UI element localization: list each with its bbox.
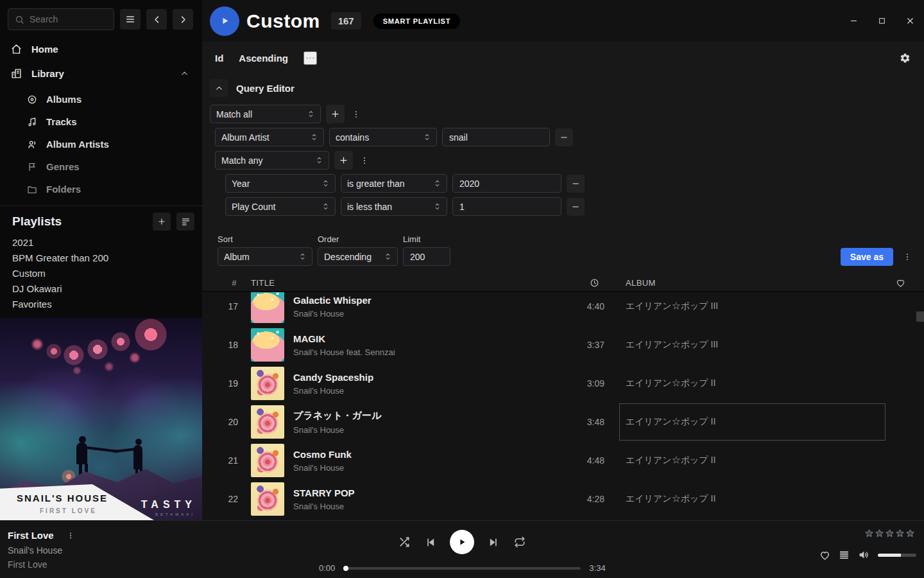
- track-row[interactable]: 18 MAGIK Snail's House feat. Sennzai 3:3…: [202, 326, 924, 364]
- cover-watermark-sub: BETAMAXI: [155, 512, 195, 516]
- favorite-heart-icon[interactable]: [819, 550, 830, 561]
- favorite-heart-icon[interactable]: [894, 278, 924, 288]
- column-header-album[interactable]: ALBUM: [604, 278, 894, 288]
- sidebar-item-tracks[interactable]: Tracks: [27, 110, 202, 133]
- rule-menu-icon[interactable]: [350, 109, 363, 119]
- search-box[interactable]: [8, 8, 114, 30]
- add-rule-button[interactable]: [326, 105, 345, 123]
- star-icon[interactable]: [885, 529, 894, 538]
- limit-input[interactable]: [403, 247, 450, 266]
- shuffle-icon: [398, 536, 411, 548]
- rule-value-input[interactable]: [452, 197, 561, 216]
- seek-bar[interactable]: [343, 567, 581, 570]
- save-as-button[interactable]: Save as: [841, 248, 893, 266]
- track-row[interactable]: 19 Candy Spaceship Snail's House 3:09 エイ…: [202, 364, 924, 403]
- playlist-item[interactable]: BPM Greater than 200: [0, 250, 202, 266]
- settings-gear-icon[interactable]: [900, 53, 911, 64]
- column-header-index[interactable]: #: [202, 278, 251, 288]
- smart-playlist-badge: SMART PLAYLIST: [373, 13, 461, 29]
- rule-field-select[interactable]: Album Artist: [215, 128, 324, 146]
- sort-field-button[interactable]: Id: [215, 53, 223, 64]
- shuffle-button[interactable]: [398, 536, 411, 548]
- group-menu-icon[interactable]: [358, 155, 371, 166]
- match-type-select[interactable]: Match all: [210, 105, 321, 123]
- track-artist: Snail's House: [293, 386, 373, 396]
- rule-operator-select[interactable]: is greater than: [341, 174, 447, 193]
- result-order-select[interactable]: Descending: [318, 247, 398, 266]
- track-row[interactable]: 22 STARRY POP Snail's House 4:28 エイリアン☆ポ…: [202, 480, 924, 518]
- sidebar-item-album-artists[interactable]: Album Artists: [27, 133, 202, 155]
- track-duration: 3:37: [543, 340, 604, 350]
- forward-button[interactable]: [173, 9, 193, 30]
- star-icon[interactable]: [895, 529, 905, 538]
- playlist-item[interactable]: DJ Okawari: [0, 281, 202, 297]
- repeat-button[interactable]: [513, 536, 526, 548]
- star-icon[interactable]: [864, 529, 874, 538]
- library-icon: [11, 68, 22, 79]
- next-button[interactable]: [488, 537, 499, 548]
- volume-slider[interactable]: [878, 554, 916, 557]
- playlist-item[interactable]: Favorites: [0, 297, 202, 312]
- chevron-up-icon[interactable]: [180, 69, 189, 78]
- track-artist: Snail's House: [293, 309, 372, 319]
- queue-icon[interactable]: [839, 550, 850, 561]
- remove-rule-button[interactable]: [567, 175, 585, 193]
- playlists-header: Playlists: [0, 206, 202, 233]
- maximize-button[interactable]: [878, 17, 886, 25]
- chevron-right-icon: [178, 15, 188, 24]
- duration-clock-icon[interactable]: [590, 278, 604, 288]
- track-row[interactable]: 17 Galactic Whisper Snail's House 4:40 エ…: [202, 292, 924, 326]
- rule-value-input[interactable]: [452, 174, 561, 193]
- save-menu-icon[interactable]: [901, 252, 914, 262]
- collapse-query-button[interactable]: [210, 79, 228, 97]
- sidebar: Home Library Albums Tracks Album Artists: [0, 0, 202, 520]
- group-match-type-select[interactable]: Match any: [215, 151, 329, 170]
- back-button[interactable]: [146, 9, 167, 30]
- play-pause-button[interactable]: [450, 530, 474, 554]
- sort-label: Sort: [218, 234, 312, 244]
- query-rule-row: Album Artist contains: [215, 128, 924, 146]
- rule-field-select[interactable]: Year: [225, 174, 336, 193]
- track-title: プラネット・ガール: [293, 410, 381, 422]
- sidebar-item-library[interactable]: Library: [0, 61, 202, 85]
- sidebar-item-home[interactable]: Home: [0, 37, 202, 61]
- track-row[interactable]: 20 プラネット・ガール Snail's House 3:48 エイリアン☆ポッ…: [202, 403, 924, 441]
- scrollbar-thumb[interactable]: [916, 311, 924, 322]
- rule-value-input[interactable]: [442, 128, 550, 146]
- track-row[interactable]: 21 Cosmo Funk Snail's House 4:48 エイリアン☆ポ…: [202, 441, 924, 480]
- minus-icon: [560, 133, 569, 142]
- more-options-icon[interactable]: [304, 51, 317, 65]
- sidebar-item-albums[interactable]: Albums: [27, 88, 202, 110]
- track-album-focused-cell[interactable]: エイリアン☆ポップ II: [604, 403, 894, 441]
- sidebar-item-folders[interactable]: Folders: [27, 178, 202, 200]
- sidebar-item-genres[interactable]: Genres: [27, 155, 202, 178]
- close-button[interactable]: [905, 16, 915, 26]
- rule-field-select[interactable]: Play Count: [225, 197, 336, 216]
- volume-icon[interactable]: [858, 549, 869, 561]
- playlist-list-button[interactable]: [176, 213, 194, 231]
- previous-button[interactable]: [425, 537, 436, 548]
- rule-operator-select[interactable]: is less than: [341, 197, 447, 216]
- minus-icon: [571, 179, 580, 188]
- star-icon[interactable]: [905, 529, 915, 538]
- search-input[interactable]: [30, 14, 107, 24]
- track-table: # TITLE ALBUM 17 Galactic Whisper Snail'…: [202, 274, 924, 520]
- add-group-rule-button[interactable]: [334, 151, 353, 170]
- star-icon[interactable]: [875, 529, 884, 538]
- column-header-title[interactable]: TITLE: [251, 278, 543, 288]
- rule-operator-select[interactable]: contains: [329, 128, 437, 146]
- remove-rule-button[interactable]: [567, 198, 585, 216]
- playlist-item[interactable]: 2021: [0, 235, 202, 250]
- menu-icon: [125, 14, 135, 24]
- seek-knob[interactable]: [343, 566, 348, 571]
- play-playlist-button[interactable]: [210, 6, 239, 36]
- playlist-item[interactable]: Custom: [0, 266, 202, 281]
- remove-rule-button[interactable]: [555, 128, 573, 146]
- total-time: 3:34: [589, 563, 605, 573]
- add-playlist-button[interactable]: [153, 213, 171, 231]
- minimize-button[interactable]: [849, 16, 859, 26]
- now-playing-cover-art: SNAIL'S HOUSE FIRST LOVE TASTY BETAMAXI: [0, 318, 202, 520]
- sort-direction-button[interactable]: Ascending: [239, 53, 288, 64]
- result-sort-select[interactable]: Album: [218, 247, 312, 266]
- menu-button[interactable]: [120, 9, 141, 30]
